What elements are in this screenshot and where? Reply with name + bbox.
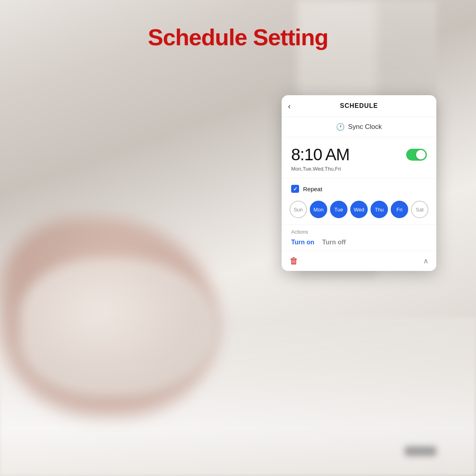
day-thu[interactable]: Thu [370, 201, 388, 218]
schedule-time-row: 8:10 AM [291, 145, 427, 164]
bottom-bar: 🗑 ∧ [282, 251, 436, 271]
day-sun[interactable]: Sun [290, 201, 307, 218]
chevron-up-icon[interactable]: ∧ [423, 257, 428, 265]
trash-icon[interactable]: 🗑 [290, 256, 298, 266]
day-mon[interactable]: Mon [310, 201, 327, 218]
day-sat[interactable]: Sat [411, 201, 428, 218]
actions-buttons: Turn on Turn off [291, 239, 427, 246]
check-icon: ✓ [293, 186, 298, 192]
sync-clock-row[interactable]: 🕐 Sync Clock [282, 117, 436, 137]
schedule-item: 8:10 AM Mon,Tue,Wed,Thu,Fri [282, 137, 436, 178]
clock-icon: 🕐 [336, 123, 345, 131]
repeat-row[interactable]: ✓ Repeat [282, 178, 436, 198]
app-card: ‹ SCHEDULE 🕐 Sync Clock 8:10 AM Mon,Tue,… [282, 95, 436, 271]
actions-label: Actions [291, 229, 427, 235]
day-fri[interactable]: Fri [391, 201, 408, 218]
sync-clock-label: Sync Clock [348, 123, 382, 131]
back-button[interactable]: ‹ [288, 102, 291, 110]
repeat-checkbox[interactable]: ✓ [291, 185, 299, 193]
header-title: SCHEDULE [340, 102, 378, 109]
schedule-days: Mon,Tue,Wed,Thu,Fri [291, 166, 427, 172]
day-wed[interactable]: Wed [350, 201, 368, 218]
turn-off-button[interactable]: Turn off [322, 239, 345, 246]
day-tue[interactable]: Tue [330, 201, 347, 218]
card-header: ‹ SCHEDULE [282, 95, 436, 117]
toggle-knob [416, 150, 426, 159]
repeat-label: Repeat [303, 186, 322, 192]
bg-device [405, 446, 436, 456]
bg-pillow [20, 258, 218, 397]
toggle-switch[interactable] [406, 149, 427, 161]
turn-on-button[interactable]: Turn on [291, 239, 314, 246]
days-row: Sun Mon Tue Wed Thu Fri Sat [282, 198, 436, 225]
schedule-time[interactable]: 8:10 AM [291, 145, 349, 164]
actions-section: Actions Turn on Turn off [282, 225, 436, 251]
page-title: Schedule Setting [0, 24, 476, 50]
